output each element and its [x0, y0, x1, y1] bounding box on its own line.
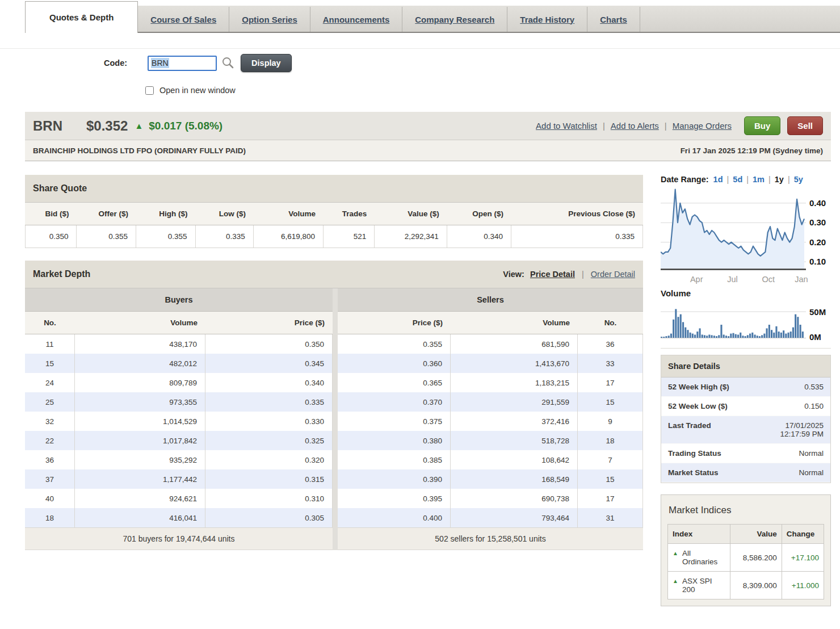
- buyer-row: 24809,7890.340: [25, 373, 333, 392]
- tab-label: Trade History: [520, 15, 574, 24]
- tab-trade-history[interactable]: Trade History: [507, 7, 587, 32]
- add-to-watchlist-link[interactable]: Add to Watchlist: [536, 121, 597, 131]
- open-new-window-checkbox[interactable]: [145, 86, 154, 95]
- depth-cell: 0.325: [205, 431, 333, 450]
- depth-cell: 33: [578, 354, 643, 373]
- depth-cell: 25: [25, 392, 75, 412]
- depth-cell: 0.315: [205, 469, 333, 489]
- indices-header-index: Index: [668, 525, 730, 544]
- share-quote-header-cell: Low ($): [196, 203, 254, 225]
- share-quote-header-cell: High ($): [136, 203, 196, 225]
- depth-cell: 416,041: [75, 508, 205, 527]
- stock-price: $0.352: [86, 118, 128, 134]
- share-quote-header-cell: Open ($): [447, 203, 511, 225]
- depth-cell: 0.355: [338, 334, 451, 354]
- stock-code: BRN: [33, 118, 62, 134]
- seller-row: 0.390168,54915: [338, 469, 643, 489]
- depth-cell: 17: [578, 373, 643, 392]
- sell-button[interactable]: Sell: [787, 116, 823, 135]
- depth-cell: 690,738: [451, 489, 578, 508]
- tab-label: Option Series: [242, 15, 297, 24]
- depth-cell: 0.320: [205, 450, 333, 469]
- depth-header-cell: Price ($): [338, 312, 451, 334]
- seller-row: 0.370291,55915: [338, 392, 643, 412]
- volume-chart: 50M0M: [661, 301, 831, 342]
- sellers-summary: 502 sellers for 15,258,501 units: [338, 527, 643, 550]
- date-range-1y[interactable]: 1y: [775, 175, 784, 184]
- range-separator: |: [746, 175, 749, 184]
- depth-cell: 0.340: [205, 373, 333, 392]
- 52-week-high-value: 0.535: [804, 383, 824, 391]
- depth-cell: 1,177,442: [75, 469, 205, 489]
- tab-announcements[interactable]: Announcements: [310, 7, 403, 32]
- depth-cell: 935,292: [75, 450, 205, 469]
- last-traded-value: 17/01/2025 12:17:59 PM: [780, 421, 824, 438]
- depth-cell: 0.370: [338, 392, 451, 412]
- share-quote-value-cell: 6,619,800: [254, 225, 324, 248]
- indices-header-change: Change: [782, 525, 824, 544]
- tab-label: Charts: [600, 15, 627, 24]
- share-quote-title: Share Quote: [33, 183, 87, 194]
- market-status-label: Market Status: [668, 468, 719, 477]
- date-range-1m[interactable]: 1m: [753, 175, 765, 184]
- 52-week-low-value: 0.150: [804, 402, 824, 410]
- view-order-detail-link[interactable]: Order Detail: [591, 270, 635, 279]
- depth-cell: 438,170: [75, 334, 205, 354]
- link-separator: |: [603, 121, 605, 131]
- manage-orders-link[interactable]: Manage Orders: [673, 121, 732, 131]
- add-to-alerts-link[interactable]: Add to Alerts: [611, 121, 659, 131]
- svg-text:0.20: 0.20: [809, 237, 826, 247]
- depth-cell: 37: [25, 469, 75, 489]
- tab-course-of-sales[interactable]: Course Of Sales: [138, 7, 229, 32]
- search-icon[interactable]: [221, 56, 235, 70]
- view-label: View:: [503, 270, 524, 279]
- svg-text:50M: 50M: [809, 307, 826, 317]
- date-range-5d[interactable]: 5d: [733, 175, 742, 184]
- tab-company-research[interactable]: Company Research: [402, 7, 507, 32]
- price-chart: 0.400.300.200.10AprJulOctJan: [661, 187, 831, 286]
- date-range-1d[interactable]: 1d: [713, 175, 723, 184]
- share-quote-header-cell: Bid ($): [25, 203, 77, 225]
- depth-header-cell: No.: [578, 312, 643, 334]
- market-indices-table: IndexValueChange ▲All Ordinaries8,586.20…: [667, 524, 824, 599]
- index-name: All Ordinaries: [682, 549, 725, 566]
- svg-text:Jul: Jul: [727, 275, 738, 284]
- svg-text:0.40: 0.40: [809, 198, 826, 208]
- date-range-5y[interactable]: 5y: [794, 175, 803, 184]
- buy-button[interactable]: Buy: [744, 116, 780, 135]
- index-change: +17.100: [782, 544, 824, 572]
- tab-label: Quotes & Depth: [49, 12, 114, 22]
- date-range-selector: Date Range: 1d|5d|1m|1y|5y: [661, 175, 831, 184]
- code-input[interactable]: BRN: [148, 56, 217, 71]
- date-range-label: Date Range:: [661, 175, 709, 184]
- depth-cell: 1,014,529: [75, 412, 205, 431]
- open-new-window-label: Open in new window: [159, 86, 236, 95]
- 52-week-high-label: 52 Week High ($): [668, 383, 729, 391]
- share-quote-value-cell: 0.335: [196, 225, 254, 248]
- depth-cell: 36: [25, 450, 75, 469]
- buyers-table: Buyers No.VolumePrice ($) 11438,1700.350…: [25, 288, 333, 550]
- depth-cell: 1,413,670: [451, 354, 578, 373]
- tab-quotes-depth[interactable]: Quotes & Depth: [25, 1, 138, 33]
- indices-header-value: Value: [730, 525, 782, 544]
- depth-cell: 0.330: [205, 412, 333, 431]
- quote-datetime: Fri 17 Jan 2025 12:19 PM (Sydney time): [681, 146, 823, 155]
- index-up-arrow-icon: ▲: [673, 577, 678, 586]
- tab-charts[interactable]: Charts: [587, 7, 640, 32]
- tab-option-series[interactable]: Option Series: [229, 7, 310, 32]
- depth-cell: 17: [578, 489, 643, 508]
- up-arrow-icon: ▲: [135, 121, 143, 131]
- depth-cell: 0.365: [338, 373, 451, 392]
- seller-row: 0.385108,6427: [338, 450, 643, 469]
- buyer-row: 36935,2920.320: [25, 450, 333, 469]
- code-label: Code:: [104, 58, 127, 68]
- share-quote-value-cell: 521: [324, 225, 375, 248]
- display-button[interactable]: Display: [241, 54, 292, 72]
- share-quote-headers: Bid ($)Offer ($)High ($)Low ($)VolumeTra…: [25, 203, 643, 225]
- tab-label: Company Research: [415, 15, 494, 24]
- depth-cell: 0.390: [338, 469, 451, 489]
- depth-cell: 482,012: [75, 354, 205, 373]
- view-price-detail-link[interactable]: Price Detail: [530, 270, 575, 279]
- share-details-row: 52 Week Low ($)0.150: [661, 397, 830, 416]
- share-details-panel: Share Details 52 Week High ($)0.53552 We…: [661, 355, 831, 483]
